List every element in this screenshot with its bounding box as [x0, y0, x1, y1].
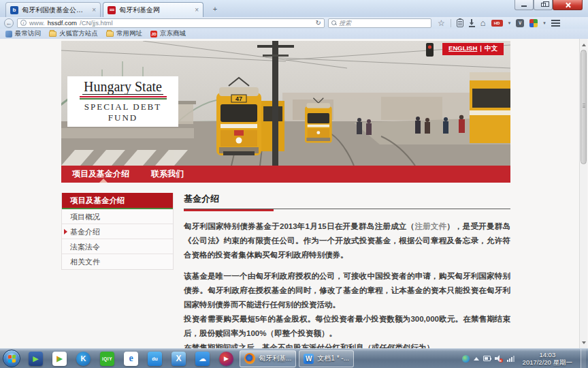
tab-close-icon[interactable]: ×	[195, 7, 199, 14]
restore-icon	[541, 3, 546, 7]
clock-date: 2017/2/20 星期一	[523, 358, 572, 366]
address-bar[interactable]: i www. hssdf.com /CN/jjs.html ↻	[17, 18, 325, 28]
url-path: /CN/jjs.html	[80, 19, 113, 27]
bookmarks-bar: 最常访问 火狐官方站点 常用网址 JD 京东商城	[0, 29, 588, 39]
new-tab-button[interactable]: +	[208, 4, 223, 14]
title-accent	[184, 209, 274, 211]
page-title: 基金介绍	[184, 193, 510, 209]
taskbar-window-firefox[interactable]: 匈牙利基...	[240, 350, 296, 367]
lang-chinese[interactable]: 中文	[485, 44, 497, 53]
chevron-down-icon[interactable]: ▾	[508, 20, 511, 25]
downloads-icon[interactable]	[469, 19, 475, 27]
taskbar-app-browser-e[interactable]: e	[119, 349, 143, 368]
sidebar-item-label: 基金介绍	[70, 228, 100, 236]
taskbar-clock[interactable]: 14:03 2017/2/20 星期一	[519, 351, 576, 366]
paragraph-1: 匈牙利国家特别债券基金于2013年1月15日在开曼群岛注册成立（注册文件），是受…	[184, 219, 510, 262]
bookmark-label: 常用网址	[116, 29, 142, 38]
site-favicon	[108, 6, 116, 14]
tray-expand-icon[interactable]	[474, 357, 479, 361]
bookmark-common-folder[interactable]: 常用网址	[106, 29, 142, 38]
scroll-up-arrow[interactable]	[580, 40, 587, 49]
lang-english-link[interactable]: ENGLISH	[448, 44, 477, 53]
nav-item-contact[interactable]: 联系我们	[140, 168, 195, 180]
bookmark-jd[interactable]: JD 京东商城	[150, 29, 186, 38]
page-scrollbar[interactable]	[579, 39, 587, 348]
start-button[interactable]	[3, 350, 20, 367]
sidebar-item-laws[interactable]: 法案法令	[62, 239, 173, 254]
menu-icon[interactable]	[551, 20, 560, 27]
pocket-icon[interactable]: ∨	[516, 19, 524, 27]
tab-close-icon[interactable]: ×	[92, 7, 96, 14]
main-content: 基金介绍 匈牙利国家特别债券基金于2013年1月15日在开曼群岛注册成立（注册文…	[184, 193, 510, 348]
show-desktop-button[interactable]	[581, 349, 586, 368]
taskbar-app-mediaplayer[interactable]: ▶	[24, 349, 48, 368]
paragraph-2: 该基金是唯一一个由匈牙利政府授权的公司，可接收中国投资者的申请，购买匈牙利国家特…	[184, 269, 510, 348]
tray-network-globe-icon[interactable]	[462, 355, 470, 363]
back-button[interactable]: ←	[4, 18, 14, 28]
refresh-icon[interactable]: ↻	[316, 20, 321, 27]
volume-muted-icon[interactable]: x	[495, 355, 503, 362]
close-button[interactable]	[553, 0, 583, 10]
taskbar-app-k-player[interactable]: K	[71, 349, 95, 368]
paragraph-text: 匈牙利国家特别债券基金于2013年1月15日在开曼群岛注册成立（	[184, 222, 414, 230]
folder-icon	[49, 31, 56, 37]
bookmark-most-visited[interactable]: 最常访问	[5, 29, 41, 38]
iqiyi-icon: iQIY	[100, 352, 114, 366]
tab-hssdf[interactable]: 匈牙利基金网 ×	[103, 2, 203, 17]
restore-button[interactable]	[534, 0, 553, 10]
sidebar-item-label: 相关文件	[70, 258, 100, 266]
logo-subtitle: SPECIAL DEBT	[84, 102, 161, 112]
tram-middle	[305, 98, 332, 143]
language-switcher[interactable]: ENGLISH | 中文	[442, 43, 504, 55]
taskbar-app-pps[interactable]: ▶	[214, 349, 238, 368]
bookmark-firefox-folder[interactable]: 火狐官方站点	[49, 29, 98, 38]
baidu-music-icon: du	[148, 352, 162, 366]
tencent-video-icon: ▶	[52, 352, 67, 366]
sidebar: 项目及基金介绍 项目概况 基金介绍 法案法令 相关文件	[61, 193, 174, 270]
battery-icon[interactable]	[483, 356, 491, 361]
taskbar-app-baidu-cloud[interactable]: ☁	[191, 349, 214, 368]
paragraph-text: 在禁售期期间或之后，基金不向股东派付分红和利息（或任何类似行为）。	[184, 343, 442, 348]
extension-mosaic-icon[interactable]	[529, 19, 538, 27]
k-player-icon: K	[76, 352, 91, 366]
taskbar-app-iqiyi[interactable]: iQIY	[95, 349, 119, 368]
site-info-icon[interactable]: i	[20, 20, 27, 26]
paragraph-text: 该基金是唯一一个由匈牙利政府授权的公司，可接收中国投资者的申请，购买匈牙利国家特…	[184, 272, 510, 309]
hd-extension-icon[interactable]: HD	[491, 20, 503, 27]
network-signal-icon[interactable]	[507, 355, 514, 362]
bookmark-label: 最常访问	[15, 29, 41, 38]
tab-title: 匈牙利国债基金公司 - 必应	[22, 5, 88, 15]
browser-navbar: ← i www. hssdf.com /CN/jjs.html ↻ ☆ ⌂ HD…	[0, 17, 588, 29]
traffic-signal	[426, 43, 434, 57]
system-tray: x 14:03 2017/2/20 星期一	[462, 349, 588, 368]
site-nav: 项目及基金介绍 联系我们	[61, 166, 510, 183]
search-box[interactable]	[328, 18, 431, 28]
taskbar-app-baidu-music[interactable]: du	[143, 349, 167, 368]
sidebar-item-label: 法案法令	[70, 243, 100, 251]
minimize-button[interactable]	[514, 0, 534, 10]
folder-icon	[106, 31, 114, 37]
library-icon[interactable]	[457, 19, 463, 27]
taskbar-window-wps[interactable]: W 文档1 * -...	[299, 350, 354, 367]
hungarian-flag-lines	[80, 96, 167, 99]
sidebar-item-fund-intro[interactable]: 基金介绍	[62, 224, 173, 239]
sidebar-item-overview[interactable]: 项目概况	[62, 209, 173, 224]
tab-bing[interactable]: b 匈牙利国债基金公司 - 必应 ×	[5, 2, 101, 17]
scroll-down-arrow[interactable]	[580, 338, 587, 347]
taskbar-app-xunlei[interactable]: X	[167, 349, 191, 368]
clock-time: 14:03	[523, 351, 572, 358]
sidebar-item-documents[interactable]: 相关文件	[62, 254, 173, 269]
taskbar-app-tencent-video[interactable]: ▶	[48, 349, 71, 368]
scrollbar-grip	[583, 104, 586, 109]
site-logo: Hungary State SPECIAL DEBT FUND	[67, 76, 178, 127]
bookmark-star-icon[interactable]: ☆	[438, 19, 445, 27]
registration-doc-link[interactable]: 注册文件	[414, 222, 446, 230]
minimize-icon	[521, 5, 527, 7]
search-input[interactable]	[339, 20, 428, 27]
tram-route-number: 47	[235, 95, 242, 102]
scrollbar-thumb[interactable]	[581, 50, 587, 164]
logo-title: Hungary State	[82, 80, 163, 95]
chevron-down-icon[interactable]: ▾	[543, 20, 546, 25]
firefox-icon	[244, 353, 255, 364]
home-icon[interactable]: ⌂	[480, 18, 486, 27]
